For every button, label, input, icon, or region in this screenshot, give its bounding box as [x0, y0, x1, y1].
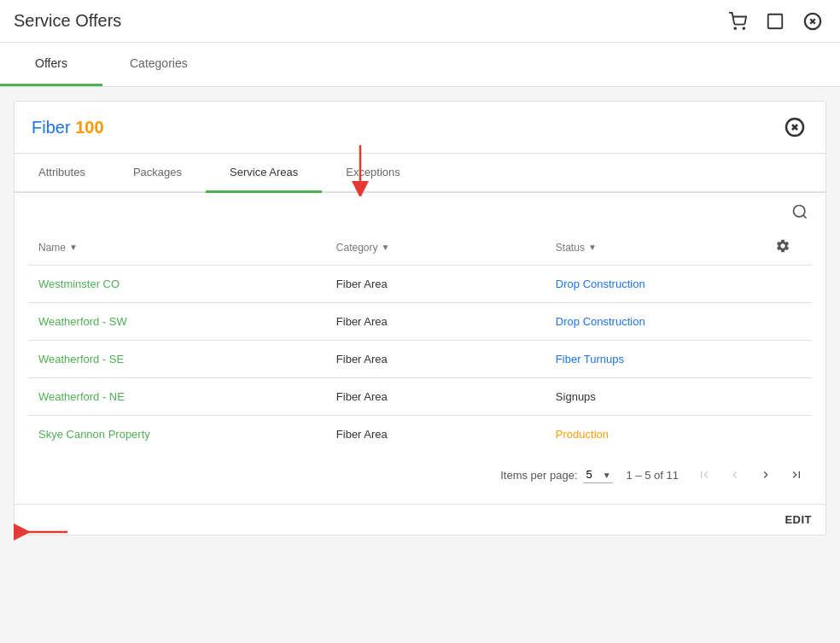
- status-sort-icon[interactable]: ▼: [588, 243, 597, 252]
- name-sort-icon[interactable]: ▼: [69, 243, 78, 252]
- table-row: Weatherford - NE Fiber Area Signups: [28, 378, 812, 416]
- row-5-status: Production: [545, 416, 765, 453]
- svg-point-9: [794, 206, 805, 217]
- row-4-status: Signups: [545, 378, 765, 416]
- offer-close-icon[interactable]: [781, 114, 808, 141]
- row-3-name[interactable]: Weatherford - SE: [38, 353, 124, 365]
- svg-line-10: [803, 215, 807, 219]
- close-icon[interactable]: [799, 8, 826, 35]
- offer-header: Fiber 100: [15, 102, 825, 154]
- row-2-status: Drop Construction: [545, 303, 765, 341]
- search-icon[interactable]: [791, 203, 808, 223]
- col-header-name: Name ▼: [28, 230, 326, 266]
- edit-button[interactable]: EDIT: [785, 513, 812, 526]
- offer-title-number: 100: [75, 118, 103, 137]
- row-4-category: Fiber Area: [326, 378, 545, 416]
- main-tabs: Offers Categories: [0, 43, 840, 87]
- tab-offers[interactable]: Offers: [0, 43, 102, 86]
- tab-attributes[interactable]: Attributes: [15, 154, 109, 193]
- table-row: Skye Cannon Property Fiber Area Producti…: [28, 416, 812, 453]
- next-page-button[interactable]: [754, 463, 778, 487]
- svg-point-1: [743, 27, 744, 29]
- tab-service-areas[interactable]: Service Areas: [206, 154, 322, 193]
- row-4-name[interactable]: Weatherford - NE: [38, 390, 125, 403]
- row-2-category: Fiber Area: [326, 303, 545, 341]
- table-area: Name ▼ Category ▼ Status: [15, 193, 825, 504]
- tab-categories[interactable]: Categories: [102, 43, 215, 86]
- row-1-name[interactable]: Westminster CO: [38, 278, 120, 290]
- category-sort-icon[interactable]: ▼: [382, 243, 390, 252]
- cart-icon[interactable]: [724, 8, 751, 35]
- col-header-status: Status ▼: [545, 230, 765, 266]
- items-per-page: Items per page: 5 10 25 ▼: [500, 466, 612, 483]
- row-3-category: Fiber Area: [326, 341, 545, 378]
- row-5-name[interactable]: Skye Cannon Property: [38, 428, 150, 441]
- row-1-status: Drop Construction: [545, 266, 765, 303]
- top-bar: Service Offers: [0, 0, 840, 43]
- row-5-category: Fiber Area: [326, 416, 545, 453]
- table-row: Westminster CO Fiber Area Drop Construct…: [28, 266, 812, 303]
- page-title: Service Offers: [14, 11, 121, 31]
- row-1-category: Fiber Area: [326, 266, 545, 303]
- svg-rect-2: [768, 14, 783, 28]
- table-row: Weatherford - SE Fiber Area Fiber Turnup…: [28, 341, 812, 378]
- col-header-category: Category ▼: [326, 230, 545, 266]
- offer-title: Fiber 100: [32, 118, 104, 137]
- page-range: 1 – 5 of 11: [627, 469, 679, 482]
- top-bar-icons: [724, 8, 826, 35]
- last-page-button[interactable]: [785, 463, 808, 487]
- first-page-button[interactable]: [692, 463, 716, 487]
- items-per-page-label: Items per page:: [500, 469, 577, 482]
- pagination: Items per page: 5 10 25 ▼ 1 – 5 of 11: [28, 453, 812, 490]
- prev-page-button[interactable]: [723, 463, 747, 487]
- per-page-select[interactable]: 5 10 25: [583, 466, 613, 483]
- tab-exceptions[interactable]: Exceptions: [322, 154, 424, 193]
- bottom-bar: EDIT: [15, 504, 825, 535]
- offer-title-fiber: Fiber: [32, 118, 71, 137]
- search-row: [28, 193, 812, 230]
- table-row: Weatherford - SW Fiber Area Drop Constru…: [28, 303, 812, 341]
- content-area: Fiber 100 Attributes Packages Service Ar…: [14, 101, 826, 535]
- tab-packages[interactable]: Packages: [109, 154, 206, 193]
- data-table: Name ▼ Category ▼ Status: [28, 230, 812, 453]
- col-header-settings[interactable]: [765, 230, 812, 266]
- row-2-name[interactable]: Weatherford - SW: [38, 315, 127, 328]
- sub-tabs: Attributes Packages Service Areas Except…: [15, 154, 825, 193]
- window-icon[interactable]: [761, 8, 789, 35]
- row-3-status: Fiber Turnups: [545, 341, 765, 378]
- svg-point-0: [734, 27, 736, 29]
